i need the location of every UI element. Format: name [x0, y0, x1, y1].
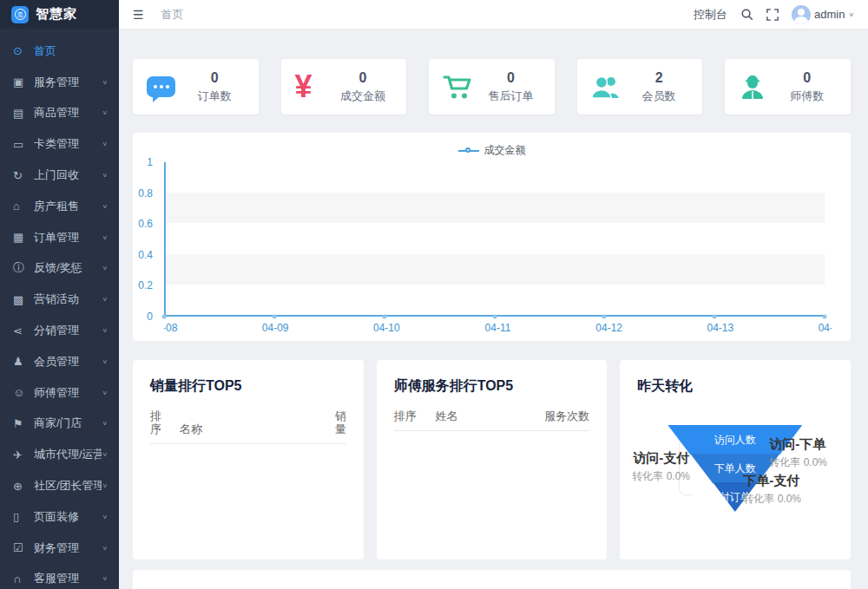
- chevron-down-icon: ∨: [102, 452, 108, 459]
- sales-rank-panel: 销量排行TOP5 排序 名称 销量: [133, 360, 364, 560]
- table-header: 排序 姓名 服务次数: [394, 409, 590, 431]
- yen-icon: ¥: [295, 71, 333, 102]
- user-menu[interactable]: admin ∨: [792, 5, 854, 24]
- goods-bag-icon: ▤: [13, 107, 34, 120]
- column-header: 名称: [171, 422, 326, 435]
- clipboard-check-icon: ☑: [13, 541, 34, 554]
- chevron-down-icon: ∨: [102, 514, 108, 520]
- breadcrumb[interactable]: 首页: [161, 7, 184, 23]
- chevron-down-icon: ∨: [102, 482, 108, 489]
- main-content: 0 订单数 ¥ 0 成交金额 0 售后订单 2: [119, 29, 868, 589]
- sidebar-item-briefcase[interactable]: ▣ 服务管理 ∨: [0, 67, 119, 98]
- briefcase-icon: ▣: [13, 75, 34, 88]
- sidebar-item-life-ring[interactable]: ⊕ 社区/团长管理 ∨: [0, 470, 119, 501]
- x-tick-label: 04-08: [164, 322, 177, 334]
- sidebar-menu: ⊙ 首页 ▣ 服务管理 ∨ ▤ 商品管理 ∨ ▭ 卡类管理 ∨ ↻ 上门回收 ∨…: [0, 29, 119, 589]
- card-icon: ▭: [13, 138, 34, 151]
- search-icon[interactable]: [740, 8, 753, 21]
- stat-label: 订单数: [185, 88, 245, 104]
- headset-icon: ∩: [13, 573, 34, 586]
- y-tick-label: 1: [147, 156, 153, 168]
- chevron-down-icon: ∨: [102, 141, 108, 148]
- life-ring-icon: ⊕: [13, 480, 34, 493]
- x-tick-label: 04-13: [707, 322, 733, 334]
- y-tick-label: 0: [147, 311, 153, 323]
- sidebar-item-clipboard[interactable]: ▯ 页面装修 ∨: [0, 501, 119, 533]
- conversion-visit-order: 访问-下单 转化率 0.0%: [769, 436, 827, 470]
- top-header: ☰ 首页 控制台 admin ∨: [119, 0, 868, 29]
- brand-chat-bubble-icon: 觅: [11, 6, 29, 23]
- user-icon: ♟: [13, 355, 34, 368]
- stat-card-turnover[interactable]: ¥ 0 成交金额: [281, 59, 407, 115]
- x-tick-label: 04-12: [595, 322, 622, 334]
- sidebar-item-clipboard-check[interactable]: ☑ 财务管理 ∨: [0, 533, 119, 564]
- chevron-down-icon: ∨: [102, 297, 108, 304]
- stats-row: 0 订单数 ¥ 0 成交金额 0 售后订单 2: [133, 59, 851, 115]
- stat-label: 成交金额: [333, 88, 393, 104]
- x-axis-labels: 04-0804-0904-1004-1104-1204-1304-14: [164, 322, 832, 336]
- stat-value: 0: [185, 70, 245, 86]
- bottom-panels-row: 销量排行TOP5 排序 名称 销量 师傅服务排行TOP5 排序 姓名 服务次数 …: [133, 360, 851, 560]
- chevron-down-icon: ∨: [102, 576, 108, 583]
- sidebar-item-goods-bag[interactable]: ▤ 商品管理 ∨: [0, 98, 119, 129]
- sidebar-item-info-circle[interactable]: ⓘ 反馈/奖惩 ∨: [0, 253, 119, 285]
- sidebar-item-recycle[interactable]: ↻ 上门回收 ∨: [0, 160, 119, 191]
- legend-item[interactable]: 成交金额: [133, 143, 851, 158]
- fullscreen-icon[interactable]: [766, 9, 779, 21]
- x-tick-label: 04-09: [262, 322, 289, 334]
- y-tick-label: 0.8: [138, 187, 153, 200]
- info-circle-icon: ⓘ: [13, 260, 34, 276]
- users-icon: [591, 74, 629, 100]
- sidebar-item-share-nodes[interactable]: ⋖ 分销管理 ∨: [0, 315, 119, 346]
- panel-title: 昨天转化: [637, 377, 833, 396]
- stat-card-orders[interactable]: 0 订单数: [133, 59, 259, 115]
- x-tick-label: 04-11: [485, 322, 511, 334]
- sidebar-item-printer[interactable]: ▦ 订单管理 ∨: [0, 222, 119, 253]
- building-icon: ⌂: [13, 200, 34, 213]
- chevron-down-icon: ∨: [102, 203, 108, 210]
- app-logo[interactable]: 觅 智慧家: [0, 0, 119, 29]
- collapse-sidebar-icon[interactable]: ☰: [133, 8, 144, 22]
- sidebar-item-home[interactable]: ⊙ 首页: [0, 36, 119, 67]
- home-icon: ⊙: [13, 44, 34, 57]
- stat-card-aftersale[interactable]: 0 售后订单: [429, 59, 555, 115]
- header-actions: 控制台 admin ∨: [694, 5, 854, 24]
- stat-label: 售后订单: [481, 88, 541, 104]
- legend-label: 成交金额: [484, 143, 526, 158]
- panel-title: 销量排行TOP5: [150, 377, 346, 396]
- recycle-icon: ↻: [13, 169, 34, 182]
- sidebar-item-building[interactable]: ⌂ 房产租售 ∨: [0, 191, 119, 222]
- column-header: 服务次数: [536, 409, 589, 422]
- smiley-face-icon: ☺: [13, 386, 34, 399]
- conversion-order-pay: 下单-支付 转化率 0.0%: [743, 473, 801, 507]
- stat-card-members[interactable]: 2 会员数: [577, 59, 703, 115]
- clipboard-icon: ▯: [13, 510, 34, 523]
- sidebar-item-smiley-face[interactable]: ☺ 师傅管理 ∨: [0, 377, 119, 409]
- share-nodes-icon: ⋖: [13, 324, 34, 337]
- sidebar: 觅 智慧家 ⊙ 首页 ▣ 服务管理 ∨ ▤ 商品管理 ∨ ▭ 卡类管理 ∨ ↻ …: [0, 0, 119, 589]
- printer-icon: ▦: [13, 231, 34, 244]
- sidebar-item-headset[interactable]: ∩ 客服管理 ∨: [0, 564, 119, 589]
- sidebar-item-flag[interactable]: ⚑ 商家/门店 ∨: [0, 409, 119, 440]
- chevron-down-icon: ∨: [102, 389, 108, 396]
- avatar: [792, 5, 811, 24]
- conversion-funnel-panel: 昨天转化 访问人数 下单人数 支付订单数 访问-下单 转化率 0.0% 下单-支…: [620, 360, 851, 560]
- chevron-down-icon: ∨: [102, 110, 108, 117]
- chevron-down-icon: ∨: [102, 358, 108, 365]
- cart-icon: [443, 74, 481, 100]
- flag-icon: ⚑: [13, 417, 34, 430]
- sidebar-item-card[interactable]: ▭ 卡类管理 ∨: [0, 128, 119, 160]
- turnover-line-chart: 成交金额 00.20.40.60.81 04-0804-0904-1004-11…: [133, 133, 851, 341]
- conversion-visit-pay: 访问-支付 转化率 0.0%: [632, 450, 690, 484]
- y-tick-label: 0.2: [138, 279, 153, 291]
- y-tick-label: 0.4: [138, 249, 153, 261]
- sidebar-item-paper-plane[interactable]: ✈ 城市代理/运营 ∨: [0, 439, 119, 470]
- console-link[interactable]: 控制台: [694, 7, 727, 23]
- stat-card-masters[interactable]: 0 师傅数: [725, 59, 851, 115]
- chevron-down-icon: ∨: [102, 545, 108, 552]
- sidebar-item-user[interactable]: ♟ 会员管理 ∨: [0, 346, 119, 377]
- stat-label: 会员数: [629, 88, 689, 104]
- plot-area: [164, 162, 825, 317]
- sidebar-item-storefront[interactable]: ▩ 营销活动 ∨: [0, 284, 119, 315]
- chat-bubble-icon: [147, 76, 185, 97]
